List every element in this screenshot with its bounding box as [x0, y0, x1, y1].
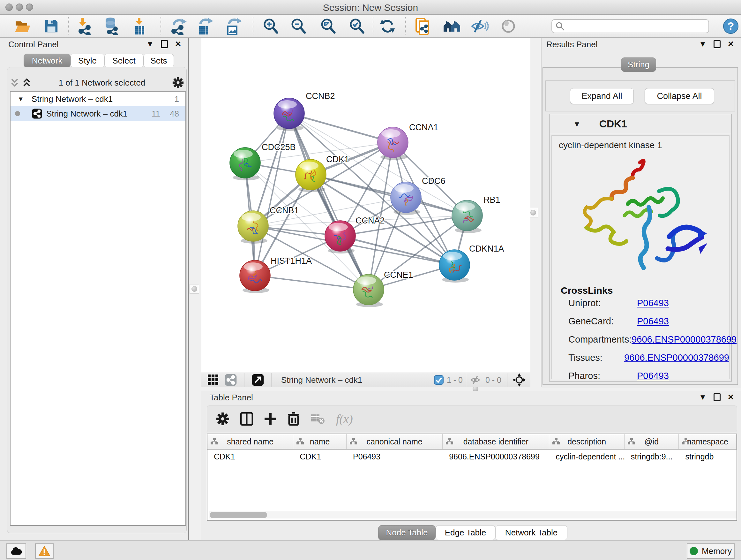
- crosslink-link[interactable]: 9606.ENSP00000378699: [631, 334, 737, 345]
- function-builder-button[interactable]: f(x): [336, 412, 353, 426]
- close-panel-icon[interactable]: ✕: [728, 393, 734, 401]
- panel-menu-icon[interactable]: ▼: [146, 40, 154, 49]
- node-CDC6[interactable]: CDC6: [391, 176, 446, 215]
- help-icon: ?: [723, 18, 739, 34]
- tab-node-table[interactable]: Node Table: [378, 525, 435, 540]
- float-panel-icon[interactable]: [714, 393, 721, 401]
- zoom-selected-button[interactable]: [348, 17, 366, 35]
- table-cell[interactable]: CDK1: [293, 449, 347, 463]
- panel-menu-icon[interactable]: ▼: [699, 393, 706, 401]
- network-tree-row[interactable]: String Network – cdk11148: [10, 106, 185, 121]
- crosslink-link[interactable]: 9606.ENSP00000378699: [624, 353, 729, 363]
- expand-all-chevron-icon[interactable]: [22, 77, 31, 88]
- table-cell[interactable]: CDK1: [207, 449, 293, 463]
- warnings-button[interactable]: [35, 543, 54, 559]
- birdseye-crosshair-icon[interactable]: [513, 373, 526, 387]
- column-header-canonical-name[interactable]: canonical name: [347, 434, 443, 449]
- add-column-icon[interactable]: [264, 413, 277, 425]
- open-session-button[interactable]: [14, 17, 31, 35]
- edge-HIST1H1A-CCNE1[interactable]: [255, 275, 368, 290]
- network-share-view-icon[interactable]: [224, 374, 237, 386]
- refresh-layout-button[interactable]: [379, 17, 396, 35]
- tab-edge-table[interactable]: Edge Table: [435, 525, 495, 540]
- node-CDKN1A[interactable]: CDKN1A: [439, 244, 504, 283]
- crosslink-link[interactable]: P06493: [637, 316, 669, 327]
- node-CCNE1[interactable]: CCNE1: [353, 270, 413, 307]
- import-database-button[interactable]: [103, 17, 120, 35]
- expander-icon[interactable]: ▼: [17, 96, 24, 103]
- column-header--id[interactable]: @id: [624, 434, 679, 449]
- export-network-button[interactable]: [170, 17, 187, 35]
- column-header-database-identifier[interactable]: database identifier: [443, 434, 549, 449]
- tab-sets[interactable]: Sets: [144, 54, 174, 68]
- float-panel-icon[interactable]: [714, 40, 721, 48]
- memory-button[interactable]: Memory: [687, 543, 735, 559]
- gear-icon[interactable]: [172, 77, 184, 88]
- zoom-out-button[interactable]: [289, 17, 307, 35]
- search-input[interactable]: [565, 21, 709, 31]
- left-splitter-handle[interactable]: [190, 284, 199, 294]
- node-CCNA1[interactable]: CCNA1: [378, 123, 439, 160]
- grid-view-icon[interactable]: [207, 374, 219, 386]
- show-details-button[interactable]: [499, 17, 517, 35]
- tab-network[interactable]: Network: [23, 54, 71, 68]
- import-network-button[interactable]: [75, 17, 93, 35]
- column-header-name[interactable]: name: [293, 434, 347, 449]
- import-table-button[interactable]: [131, 17, 149, 35]
- help-button[interactable]: ?: [722, 17, 740, 35]
- duplicate-network-button[interactable]: [414, 17, 432, 35]
- collapse-all-chevron-icon[interactable]: [10, 77, 19, 88]
- open-in-new-window-icon[interactable]: [252, 374, 264, 386]
- node-RB1[interactable]: RB1: [452, 195, 500, 233]
- table-cell[interactable]: stringdb:9...: [624, 449, 679, 463]
- node-HIST1H1A[interactable]: HIST1H1A: [240, 256, 312, 293]
- close-panel-icon[interactable]: ✕: [175, 40, 181, 49]
- cloud-status-button[interactable]: [6, 543, 26, 559]
- show-columns-icon[interactable]: [240, 412, 253, 426]
- selected-checkbox-icon[interactable]: [434, 375, 444, 385]
- horizontal-scrollbar[interactable]: [209, 511, 737, 518]
- tab-network-table[interactable]: Network Table: [495, 525, 567, 540]
- network-canvas[interactable]: CCNB2CCNA1CDC25BCDK1CDC6RB1CCNB1CCNA2CDK…: [201, 38, 530, 373]
- status-bar: Memory: [0, 540, 741, 560]
- column-label: canonical name: [367, 437, 422, 446]
- tab-select[interactable]: Select: [105, 54, 144, 68]
- network-selected-count: 1 of 1 Network selected: [31, 78, 172, 88]
- hide-details-button[interactable]: [471, 17, 488, 35]
- column-header-description[interactable]: description: [549, 434, 624, 449]
- table-cell[interactable]: P06493: [347, 449, 443, 463]
- crosslink-link[interactable]: P06493: [637, 298, 669, 308]
- node-label-RB1: RB1: [483, 195, 500, 205]
- export-image-button[interactable]: [225, 17, 243, 35]
- table-cell[interactable]: cyclin-dependent ...: [549, 449, 624, 463]
- zoom-fit-button[interactable]: [319, 17, 337, 35]
- column-header-namespace[interactable]: namespace: [679, 434, 737, 449]
- expand-all-button[interactable]: Expand All: [570, 88, 634, 104]
- tab-style[interactable]: Style: [71, 54, 105, 68]
- save-session-button[interactable]: [43, 17, 60, 35]
- table-settings-gear-icon[interactable]: [216, 412, 229, 426]
- edge-CCNB2-HIST1H1A[interactable]: [255, 113, 289, 275]
- table-cell[interactable]: 9606.ENSP00000378699: [443, 449, 549, 463]
- collapse-all-button[interactable]: Collapse All: [645, 88, 714, 104]
- tab-string[interactable]: String: [621, 57, 656, 72]
- table-row[interactable]: CDK1CDK1P064939606.ENSP00000378699cyclin…: [207, 449, 737, 463]
- home-button[interactable]: [443, 17, 461, 35]
- node-CCNB2[interactable]: CCNB2: [274, 91, 335, 131]
- node-CDC25B[interactable]: CDC25B: [230, 142, 296, 180]
- entry-body: cyclin-dependent kinase 1: [551, 135, 730, 379]
- node-label-CDC6: CDC6: [422, 176, 446, 186]
- clear-table-icon[interactable]: [311, 413, 325, 425]
- zoom-in-button[interactable]: [262, 17, 280, 35]
- scrollbar-thumb[interactable]: [210, 512, 267, 518]
- table-cell[interactable]: stringdb: [679, 449, 737, 463]
- delete-column-icon[interactable]: [287, 412, 300, 426]
- export-table-button[interactable]: [196, 17, 214, 35]
- close-panel-icon[interactable]: ✕: [728, 40, 734, 49]
- crosslink-link[interactable]: P06493: [637, 371, 669, 381]
- panel-menu-icon[interactable]: ▼: [699, 40, 706, 49]
- network-tree-row[interactable]: ▼String Network – cdk11: [10, 91, 185, 106]
- collapse-entry-icon[interactable]: ▼: [573, 120, 581, 129]
- column-header-shared-name[interactable]: shared name: [207, 434, 293, 449]
- float-panel-icon[interactable]: [161, 40, 168, 48]
